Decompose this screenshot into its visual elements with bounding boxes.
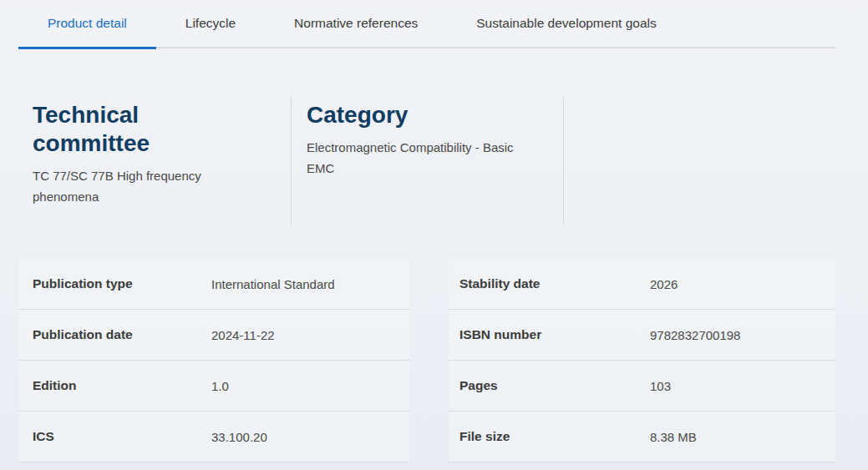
table-row: File size 8.38 MB	[449, 412, 835, 462]
technical-committee-text: TC 77/SC 77B High frequency phenomena	[33, 165, 226, 207]
technical-committee-title: Technical committee	[33, 101, 200, 158]
section-technical-committee: Technical committee TC 77/SC 77B High fr…	[18, 96, 292, 224]
table-row: Edition 1.0	[18, 361, 409, 412]
table-row: ISBN number 9782832700198	[449, 310, 835, 361]
row-value: 8.38 MB	[650, 430, 697, 444]
row-label: Pages	[459, 378, 650, 393]
table-row: Publication type International Standard	[18, 259, 409, 310]
row-label: Edition	[33, 378, 211, 393]
row-value: 9782832700198	[650, 328, 740, 342]
row-label: File size	[459, 429, 650, 444]
table-row: Pages 103	[449, 361, 835, 412]
tab-normative-references[interactable]: Normative references	[265, 0, 447, 48]
tab-sustainable-development-goals[interactable]: Sustainable development goals	[447, 0, 685, 48]
section-category: Category Electromagnetic Compatibility -…	[292, 96, 564, 224]
row-value: 103	[650, 379, 671, 393]
category-title: Category	[307, 101, 557, 129]
row-label: ICS	[33, 429, 211, 444]
table-row: ICS 33.100.20	[18, 412, 409, 462]
row-label: Publication type	[33, 276, 211, 291]
tab-product-detail[interactable]: Product detail	[18, 0, 156, 49]
row-label: Stability date	[459, 276, 650, 291]
row-value: 1.0	[211, 379, 229, 393]
row-label: Publication date	[33, 327, 211, 342]
details-table-right: Stability date 2026 ISBN number 97828327…	[449, 259, 835, 462]
tab-bar: Product detail Lifecycle Normative refer…	[18, 0, 835, 48]
table-row: Publication date 2024-11-22	[18, 310, 409, 361]
category-text: Electromagnetic Compatibility - Basic EM…	[307, 137, 545, 179]
tab-lifecycle[interactable]: Lifecycle	[156, 0, 265, 48]
row-label: ISBN number	[459, 327, 650, 342]
row-value: 2026	[650, 277, 678, 291]
table-row: Stability date 2026	[449, 259, 835, 310]
details-table-left: Publication type International Standard …	[18, 259, 409, 462]
row-value: International Standard	[211, 277, 335, 291]
row-value: 33.100.20	[211, 430, 267, 444]
info-sections: Technical committee TC 77/SC 77B High fr…	[18, 96, 564, 224]
row-value: 2024-11-22	[211, 328, 275, 342]
